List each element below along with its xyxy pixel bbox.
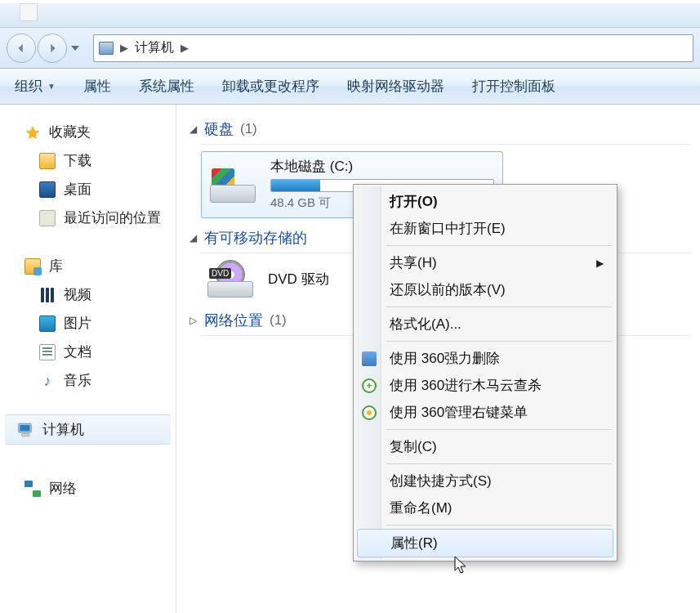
group-disks-label: 硬盘 <box>204 119 234 139</box>
nav-libraries[interactable]: 库 <box>0 252 176 280</box>
navigation-pane: 收藏夹 下载 桌面 最近访问的位置 库 视频 <box>0 105 176 613</box>
context-rename-label: 重命名(M) <box>390 499 452 517</box>
network-icon <box>25 481 41 497</box>
nav-documents[interactable]: 文档 <box>0 338 176 366</box>
submenu-arrow-icon: ▶ <box>596 257 604 269</box>
group-separator <box>201 144 690 145</box>
context-open-label: 打开(O) <box>390 192 438 211</box>
nav-pictures-label: 图片 <box>64 314 91 333</box>
nav-desktop[interactable]: 桌面 <box>0 175 176 204</box>
context-rename[interactable]: 重命名(M) <box>355 494 615 521</box>
context-menu: 打开(O) 在新窗口中打开(E) 共享(H) ▶ 还原以前的版本(V) 格式化(… <box>353 184 618 562</box>
nav-music-label: 音乐 <box>64 371 91 390</box>
toolbar-uninstall-label: 卸载或更改程序 <box>222 77 319 96</box>
pictures-icon <box>39 315 56 332</box>
menu-separator <box>386 525 612 526</box>
context-open-new-window-label: 在新窗口中打开(E) <box>390 219 506 238</box>
videos-icon <box>39 287 56 303</box>
menu-separator <box>386 245 612 246</box>
context-360-menu[interactable]: 使用 360管理右键菜单 <box>355 399 615 426</box>
nav-recent[interactable]: 最近访问的位置 <box>0 204 176 232</box>
nav-computer-label: 计算机 <box>42 420 84 439</box>
history-dropdown[interactable] <box>69 38 82 58</box>
toolbar-properties[interactable]: 属性 <box>83 77 111 96</box>
context-360-scan-label: 使用 360进行木马云查杀 <box>390 376 542 395</box>
nav-desktop-label: 桌面 <box>64 180 91 199</box>
toolbar-uninstall[interactable]: 卸载或更改程序 <box>222 77 319 96</box>
menu-separator <box>386 463 612 464</box>
chevron-down-icon <box>71 46 79 51</box>
360-scan-icon <box>362 378 377 393</box>
nav-computer[interactable]: 计算机 <box>5 414 171 445</box>
desktop-icon <box>39 181 56 198</box>
context-share-label: 共享(H) <box>390 253 437 272</box>
toolbar-system-properties[interactable]: 系统属性 <box>139 77 194 96</box>
context-360-delete[interactable]: 使用 360强力删除 <box>355 345 615 372</box>
360-menu-icon <box>362 405 377 420</box>
context-restore-previous-label: 还原以前的版本(V) <box>390 280 506 299</box>
recent-places-icon <box>39 210 56 226</box>
downloads-icon <box>39 153 56 169</box>
nav-documents-label: 文档 <box>64 342 91 361</box>
svg-rect-1 <box>20 424 29 431</box>
dvd-drive-icon: DVD <box>207 260 253 298</box>
nav-downloads[interactable]: 下载 <box>0 146 176 175</box>
nav-network-label: 网络 <box>49 479 77 498</box>
group-removable-label: 有可移动存储的 <box>204 228 307 248</box>
system-menu-icon[interactable] <box>20 3 38 21</box>
group-disks-count: (1) <box>240 121 257 137</box>
context-copy-label: 复制(C) <box>390 437 437 456</box>
context-properties[interactable]: 属性(R) <box>357 529 613 557</box>
nav-music[interactable]: ♪ 音乐 <box>0 366 176 395</box>
context-properties-label: 属性(R) <box>390 534 438 553</box>
navigation-bar: ▶ 计算机 ▶ <box>0 28 700 69</box>
group-network-count: (1) <box>270 312 287 329</box>
context-360-scan[interactable]: 使用 360进行木马云查杀 <box>355 372 615 399</box>
forward-button[interactable] <box>38 34 67 63</box>
toolbar-organize-label: 组织 <box>15 77 42 96</box>
nav-arrows <box>7 34 82 63</box>
nav-libraries-label: 库 <box>49 257 63 275</box>
local-disk-icon <box>210 165 256 203</box>
collapse-caret-icon[interactable]: ◢ <box>189 123 199 135</box>
context-create-shortcut[interactable]: 创建快捷方式(S) <box>355 468 615 494</box>
collapse-caret-icon[interactable]: ◢ <box>189 232 199 244</box>
nav-favorites-label: 收藏夹 <box>49 123 91 141</box>
nav-section-favorites: 收藏夹 下载 桌面 最近访问的位置 <box>0 118 176 232</box>
computer-icon <box>99 42 114 55</box>
nav-downloads-label: 下载 <box>64 151 91 170</box>
window-titlebar <box>0 3 700 28</box>
breadcrumb-separator[interactable]: ▶ <box>181 42 189 54</box>
menu-separator <box>386 306 612 307</box>
address-bar[interactable]: ▶ 计算机 ▶ <box>93 34 693 62</box>
menu-separator <box>386 429 612 430</box>
menu-separator <box>386 341 612 342</box>
toolbar-control-panel[interactable]: 打开控制面板 <box>472 77 555 96</box>
360-delete-icon <box>362 351 377 366</box>
context-format-label: 格式化(A)... <box>390 315 461 333</box>
context-open[interactable]: 打开(O) <box>355 188 615 215</box>
nav-network[interactable]: 网络 <box>0 474 176 503</box>
context-format[interactable]: 格式化(A)... <box>355 311 615 338</box>
group-header-disks[interactable]: ◢ 硬盘 (1) <box>189 119 690 139</box>
arrow-left-icon <box>16 43 27 54</box>
computer-icon <box>18 421 34 439</box>
toolbar-system-properties-label: 系统属性 <box>139 77 194 96</box>
expand-caret-icon[interactable]: ▷ <box>189 315 199 326</box>
toolbar-map-drive[interactable]: 映射网络驱动器 <box>347 77 444 96</box>
nav-videos-label: 视频 <box>64 285 91 304</box>
breadcrumb-root[interactable]: 计算机 <box>135 39 174 56</box>
svg-rect-2 <box>22 433 29 436</box>
context-share[interactable]: 共享(H) ▶ <box>355 249 615 276</box>
nav-pictures[interactable]: 图片 <box>0 309 176 338</box>
toolbar-control-panel-label: 打开控制面板 <box>472 77 555 96</box>
context-360-delete-label: 使用 360强力删除 <box>390 349 500 368</box>
back-button[interactable] <box>7 34 36 63</box>
context-open-new-window[interactable]: 在新窗口中打开(E) <box>355 215 615 242</box>
nav-videos[interactable]: 视频 <box>0 280 176 309</box>
nav-favorites[interactable]: 收藏夹 <box>0 118 176 146</box>
toolbar-organize[interactable]: 组织 ▼ <box>15 77 56 96</box>
context-restore-previous[interactable]: 还原以前的版本(V) <box>355 276 615 303</box>
group-network-label: 网络位置 <box>204 311 263 330</box>
context-copy[interactable]: 复制(C) <box>355 433 615 460</box>
